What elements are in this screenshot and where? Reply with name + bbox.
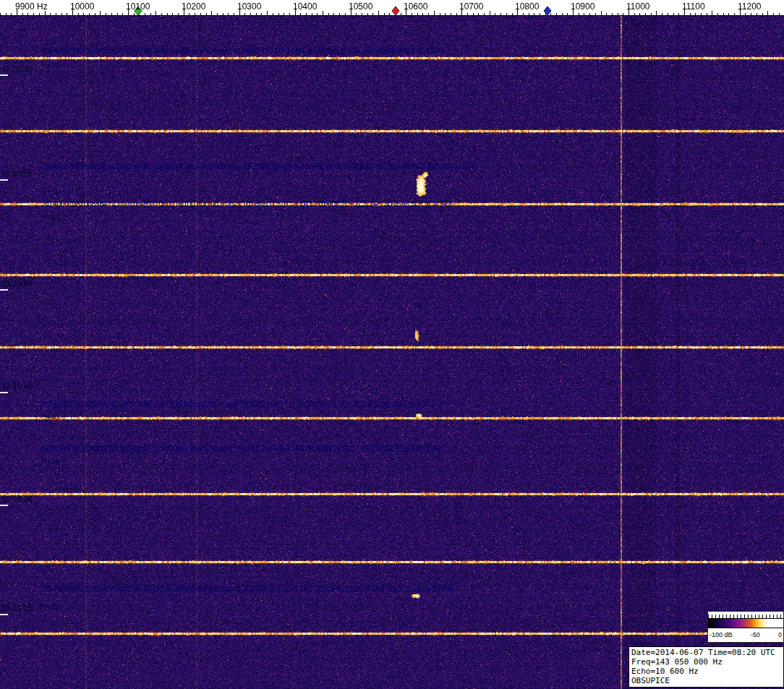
spectrum-waterfall-app: 9900 Hz100001010010200103001040010500106… xyxy=(0,0,784,689)
spectrogram-text-overlay: 9900 Hz100001010010200103001040010500106… xyxy=(0,0,784,689)
time-offset-marker: ^t+15 xyxy=(41,603,59,611)
db-min-label: -100 dB xyxy=(710,631,733,638)
db-gradient-bar xyxy=(708,618,783,628)
detection-annotation: 20140607081940864 hCnt37 nb-90 f10602 hi… xyxy=(41,401,450,408)
freq-tick-label: 10100 xyxy=(126,1,150,12)
freq-tick-label: 10900 xyxy=(571,1,595,12)
time-label: 10:19:15 xyxy=(1,604,33,612)
freq-tick-label: 10400 xyxy=(293,1,317,12)
freq-tick-label: 10200 xyxy=(182,1,205,12)
time-offset-marker: ^t+11 xyxy=(41,188,59,196)
freq-tick-label: 11100 xyxy=(682,1,705,12)
info-frequency: Freq=143 050 000 Hz xyxy=(631,657,781,667)
freq-tick-label: 11000 xyxy=(626,1,649,12)
info-station: OBSUPICE xyxy=(631,676,781,685)
db-max-label: 0 xyxy=(778,631,782,638)
time-label: 10:20:30 xyxy=(1,64,33,73)
detection-annotation: 20140607082029460 hCnt40 nb-88 f10607 hi… xyxy=(41,47,444,55)
time-offset-marker: ^t+40 xyxy=(41,414,59,421)
detection-annotation: 20140607082011568 hCnt39 nb-89 f10618 hi… xyxy=(41,163,475,171)
info-date-time: Date=2014-06-07 Time=08:20 UTC xyxy=(631,648,781,657)
time-label: 10:19:45 xyxy=(1,382,33,390)
db-mid-label: -50 xyxy=(751,631,760,638)
time-label: 10:19:30 xyxy=(1,495,33,503)
db-scale-labels: -100 dB -50 0 xyxy=(708,628,783,641)
freq-tick-label: 9900 Hz xyxy=(15,1,48,12)
freq-tick-label: 10500 xyxy=(349,1,372,12)
observation-info-box: Date=2014-06-07 Time=08:20 UTC Freq=143 … xyxy=(629,646,784,688)
freq-tick-label: 10600 xyxy=(404,1,427,12)
freq-tick-label: 10000 xyxy=(70,1,94,12)
detection-annotation: 20140607081934960 hCnt36 nb-91 f10615 hi… xyxy=(41,445,444,453)
detection-annotation: 20140607081915260 hCnt35 nb-90 f10595 hi… xyxy=(41,585,454,593)
time-offset-marker: ^t+08 xyxy=(41,214,59,222)
db-scale-ticks xyxy=(708,612,783,618)
freq-tick-label: 11200 xyxy=(738,1,761,12)
detection-annotation: 20140607082008564 hCnt38 nb-89 f10600 hi… xyxy=(41,200,452,208)
time-label: 10:20:00 xyxy=(1,279,33,288)
freq-tick-label: 10300 xyxy=(237,1,261,12)
db-color-scale: -100 dB -50 0 xyxy=(707,611,784,643)
info-echo: Echo=10 600 Hz xyxy=(631,667,781,676)
time-label: 10:20:15 xyxy=(1,169,33,178)
time-offset-marker: ^t+34 xyxy=(41,458,59,466)
freq-tick-label: 10800 xyxy=(515,1,539,12)
freq-tick-label: 10700 xyxy=(459,1,483,12)
time-offset-marker: ^t+29 xyxy=(41,62,59,70)
